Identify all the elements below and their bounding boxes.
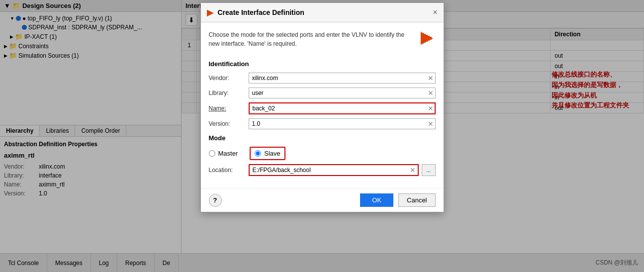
library-row: Library: ✕ [209, 88, 436, 98]
slave-radio-group: Slave [255, 150, 280, 157]
modal-title: Create Interface Definition [218, 8, 429, 16]
create-interface-dialog: ▶ Create Interface Definition × Choose t… [200, 2, 444, 212]
location-clear-icon[interactable]: ✕ [410, 166, 416, 174]
slave-label: Slave [264, 150, 280, 157]
version-clear-icon[interactable]: ✕ [428, 120, 434, 128]
location-browse-button[interactable]: ... [422, 164, 436, 176]
location-input-group: ✕ ... [249, 164, 436, 176]
library-label: Library: [209, 90, 249, 96]
name-input-wrap: ✕ [249, 102, 436, 114]
mode-section-title: Mode [209, 134, 436, 142]
modal-logo-icon: ⯈ [420, 30, 436, 49]
footer-buttons: OK Cancel [360, 193, 435, 207]
vendor-input[interactable] [249, 73, 436, 84]
version-input-wrap: ✕ [249, 118, 436, 129]
name-clear-icon[interactable]: ✕ [428, 104, 434, 112]
mode-row: Master Slave [209, 147, 436, 160]
identification-section-title: Identification [209, 60, 436, 68]
name-input[interactable] [249, 102, 436, 114]
master-label: Master [218, 150, 238, 157]
location-input[interactable] [250, 165, 418, 175]
library-input[interactable] [249, 88, 436, 98]
modal-body: Choose the mode for the selected ports a… [201, 22, 444, 188]
location-row: Location: ✕ ... [209, 164, 436, 176]
version-input[interactable] [249, 118, 436, 129]
library-input-wrap: ✕ [249, 88, 436, 98]
vendor-row: Vendor: ✕ [209, 73, 436, 84]
slave-radio[interactable] [255, 150, 261, 157]
ok-button[interactable]: OK [360, 193, 393, 207]
modal-description: Choose the mode for the selected ports a… [209, 30, 415, 48]
name-row: Name: ✕ [209, 102, 436, 114]
location-input-wrap: ✕ [249, 164, 419, 176]
library-clear-icon[interactable]: ✕ [428, 89, 434, 97]
cancel-button[interactable]: Cancel [398, 193, 435, 207]
master-radio-group: Master [209, 150, 238, 157]
vendor-clear-icon[interactable]: ✕ [428, 74, 434, 82]
version-row: Version: ✕ [209, 118, 436, 129]
modal-overlay: ▶ Create Interface Definition × Choose t… [0, 0, 644, 272]
mode-section: Mode Master Slave Location: [209, 134, 436, 176]
modal-header: ▶ Create Interface Definition × [201, 3, 444, 22]
location-label: Location: [209, 167, 249, 174]
master-radio[interactable] [209, 150, 215, 157]
slave-highlight-box: Slave [250, 147, 285, 160]
name-label: Name: [209, 105, 249, 112]
modal-close-button[interactable]: × [433, 8, 437, 17]
vendor-label: Vendor: [209, 75, 249, 82]
help-button[interactable]: ? [209, 194, 222, 207]
vendor-input-wrap: ✕ [249, 73, 436, 84]
version-label: Version: [209, 120, 249, 127]
xilinx-logo-icon: ▶ [207, 7, 214, 18]
modal-footer: ? OK Cancel [201, 188, 444, 212]
